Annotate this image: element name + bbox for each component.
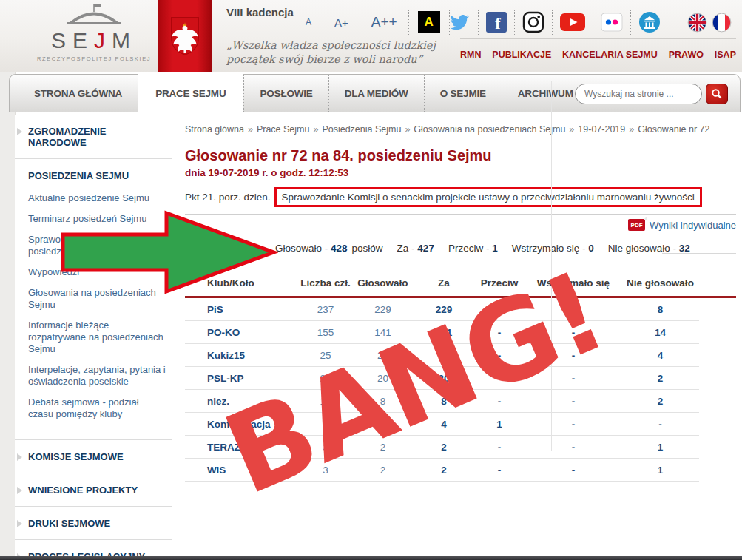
sidebar-section: WNIESIONE PROJEKTY [15, 473, 172, 507]
breadcrumb-link[interactable]: 19-07-2019 [578, 124, 625, 135]
vote-cell: 5 [300, 419, 351, 430]
vote-cell: 2 [621, 396, 699, 407]
flag-france-icon[interactable] [712, 13, 732, 33]
sidebar-item[interactable]: Głosowania na posiedzeniach Sejmu [28, 287, 166, 311]
sidebar-section-header[interactable]: POSIEDZENIA SEJMU [28, 170, 166, 181]
search-icon [711, 88, 723, 100]
chevron-right-icon [17, 453, 22, 461]
individual-results-link[interactable]: Wyniki indywidualne [650, 220, 736, 231]
flag-uk-icon[interactable] [687, 13, 707, 33]
sidebar-item[interactable]: Terminarz posiedzeń Sejmu [28, 213, 166, 225]
breadcrumb-link[interactable]: Strona główna [185, 124, 244, 135]
main-navigation: STRONA GŁÓWNAPRACE SEJMUPOSŁOWIEDLA MEDI… [9, 74, 741, 112]
sidebar-item[interactable]: Wypowiedzi [28, 266, 166, 278]
instagram-icon[interactable] [515, 11, 552, 33]
divider [185, 214, 736, 215]
top-link[interactable]: PUBLIKACJE [492, 50, 551, 60]
vote-cell: 4 [414, 419, 473, 430]
youtube-icon[interactable] [553, 13, 593, 31]
top-link[interactable]: KANCELARIA SEJMU [562, 50, 658, 60]
breadcrumb-link[interactable]: Posiedzenia Sejmu [322, 124, 401, 135]
summary-label: Wstrzymało się - [512, 243, 589, 254]
top-link[interactable]: PRAWO [669, 50, 704, 60]
sidebar-section-header[interactable]: KOMISJE SEJMOWE [28, 451, 166, 462]
breadcrumb: Strona główna»Prace Sejmu»Posiedzenia Se… [185, 124, 736, 135]
sidebar-item[interactable]: Sprawozdania stenograficzne z posiedzeń [28, 234, 166, 257]
vote-cell: 4 [621, 350, 699, 361]
font-size-largest-button[interactable]: A++ [360, 14, 408, 30]
table-row: PSL-KP222020--2 [185, 367, 699, 390]
club-name: Kukiz15 [185, 350, 300, 361]
vote-cell: 141 [414, 327, 473, 338]
vote-cell: 2 [351, 465, 414, 476]
sidebar-section-header[interactable]: DRUKI SEJMOWE [28, 518, 166, 529]
facebook-icon[interactable]: f [479, 12, 514, 33]
agenda-item-highlight-box: Sprawozdanie Komisji o senackim projekci… [274, 187, 702, 207]
vote-cell: - [525, 442, 621, 453]
summary-label: Głosowało - [275, 243, 331, 254]
white-eagle-emblem [168, 10, 202, 61]
vote-cell: - [525, 350, 621, 361]
breadcrumb-separator: » [313, 124, 318, 135]
vote-cell: 141 [351, 327, 414, 338]
vote-cell: 1 [473, 419, 525, 430]
vote-cell: - [525, 304, 621, 315]
vote-cell: - [525, 327, 621, 338]
sidebar-section-header[interactable]: WNIESIONE PROJEKTY [28, 485, 166, 496]
high-contrast-toggle[interactable]: A [418, 11, 440, 33]
top-link[interactable]: ISAP [715, 50, 736, 60]
font-size-large-button[interactable]: A+ [323, 16, 360, 29]
logo-title: SEJM [31, 28, 157, 53]
sidebar-item[interactable]: Aktualne posiedzenie Sejmu [28, 192, 166, 204]
language-switcher [687, 13, 732, 33]
search-button[interactable] [706, 84, 728, 104]
twitter-icon[interactable] [441, 13, 478, 32]
sidebar-section-header[interactable]: ZGROMADZENIE NARODOWE [28, 126, 166, 148]
vote-cell: 2 [621, 373, 699, 384]
sejm-voting-page: SEJM RZECZYPOSPOLITEJ POLSKIEJ VIII kade… [0, 0, 742, 560]
font-size-normal-button[interactable]: A [294, 17, 323, 27]
table-row: Konfederacja5541-- [185, 413, 699, 436]
header-quote: „Wszelka władza społeczności ludzkiej po… [226, 38, 436, 67]
museum-icon[interactable] [631, 11, 668, 33]
sejm-logo[interactable]: SEJM RZECZYPOSPOLITEJ POLSKIEJ [31, 3, 157, 62]
nav-tab[interactable]: DLA MEDIÓW [328, 75, 424, 112]
column-header: Nie głosowało [621, 277, 699, 289]
summary-item: Za - 427 [397, 243, 434, 254]
vote-cell: 25 [300, 350, 351, 361]
flickr-icon[interactable] [593, 13, 630, 32]
chevron-right-icon [17, 520, 22, 527]
summary-value: 427 [417, 243, 434, 254]
agenda-prefix: Pkt 21. porz. dzien. [185, 192, 271, 203]
club-name: WiS [185, 465, 300, 476]
vote-cell: 21 [351, 350, 414, 361]
separator [408, 10, 409, 35]
table-row: PO-KO155141141--14 [185, 321, 699, 344]
top-link[interactable]: RMN [460, 50, 481, 60]
vote-cell: 3 [300, 465, 351, 476]
sidebar-item[interactable]: Debata sejmowa - podział czasu pomiędzy … [28, 397, 166, 420]
summary-value: 0 [588, 243, 594, 254]
vote-cell: 8 [414, 396, 473, 407]
summary-value: 32 [679, 243, 690, 254]
vote-cell: 2 [414, 442, 473, 453]
chevron-right-icon [17, 128, 22, 135]
breadcrumb-link[interactable]: Prace Sejmu [257, 124, 310, 135]
red-flag-stripe [158, 0, 212, 72]
nav-tab-active[interactable]: PRACE SEJMU [138, 74, 243, 112]
site-header: SEJM RZECZYPOSPOLITEJ POLSKIEJ VIII kade… [0, 0, 742, 72]
vote-cell: - [621, 419, 699, 430]
search-input[interactable] [575, 84, 702, 104]
vote-cell: 22 [300, 373, 351, 384]
vote-cell: - [525, 465, 621, 476]
breadcrumb-link[interactable]: Głosowania na posiedzeniach Sejmu [414, 124, 565, 135]
nav-tab[interactable]: O SEJMIE [424, 75, 502, 112]
nav-tab[interactable]: STRONA GŁÓWNA [18, 75, 138, 112]
vote-table: Klub/KołoLiczba czł.GłosowałoZaPrzeciwWs… [185, 271, 736, 482]
summary-item: Przeciw - 1 [448, 243, 498, 254]
breadcrumb-link[interactable]: Głosowanie nr 72 [638, 124, 709, 135]
sidebar-item[interactable]: Interpelacje, zapytania, pytania i oświa… [28, 364, 166, 388]
sidebar-item[interactable]: Informacje bieżące rozpatrywane na posie… [28, 320, 166, 355]
column-header: Klub/Koło [185, 277, 300, 289]
nav-tab[interactable]: POSŁOWIE [243, 75, 328, 112]
